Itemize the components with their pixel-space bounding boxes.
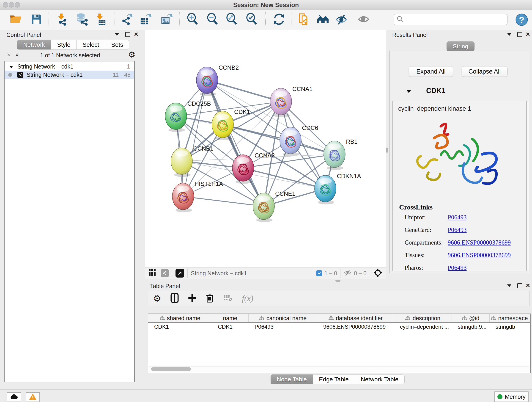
- node-RB1[interactable]: RB1: [324, 138, 358, 170]
- function-builder-icon[interactable]: f(x): [242, 294, 253, 303]
- results-panel-menu-icon[interactable]: [507, 32, 512, 37]
- add-column-icon[interactable]: [188, 294, 196, 303]
- tab-edge-table[interactable]: Edge Table: [313, 375, 355, 384]
- results-panel-float-button[interactable]: [517, 32, 522, 37]
- column-header-shared-name[interactable]: shared name: [148, 314, 212, 322]
- node-CDK1[interactable]: CDK1: [212, 108, 250, 140]
- node-table[interactable]: shared namenamecanonical namedatabase id…: [148, 313, 531, 373]
- crosslink-link[interactable]: 9606.ENSP00000378699: [448, 239, 511, 246]
- zoom-out-button[interactable]: [206, 13, 219, 26]
- column-header-canonical-name[interactable]: canonical name: [249, 314, 317, 322]
- node-HIST1H1A[interactable]: HIST1H1A: [172, 180, 223, 212]
- zoom-in-button[interactable]: [186, 13, 199, 26]
- export-table-button[interactable]: [139, 13, 152, 26]
- edge-CCNB2-CCNA1[interactable]: [207, 80, 281, 102]
- tab-style[interactable]: Style: [51, 40, 76, 50]
- table-cell[interactable]: CDK1: [148, 324, 212, 330]
- edge-CCNB2-CCNE1[interactable]: [207, 80, 264, 206]
- horizontal-splitter-grip[interactable]: [336, 280, 341, 282]
- tab-sets[interactable]: Sets: [105, 40, 129, 50]
- column-header-description[interactable]: description: [394, 314, 452, 322]
- hidden-eye-slash-icon[interactable]: [344, 269, 351, 277]
- table-cell[interactable]: P06493: [249, 324, 317, 330]
- node-CCNB1[interactable]: CCNB1: [171, 145, 213, 177]
- zoom-fit-button[interactable]: [226, 13, 239, 26]
- collapse-all-button[interactable]: Collapse All: [462, 66, 507, 77]
- open-session-button[interactable]: [9, 13, 22, 26]
- table-cell[interactable]: cyclin–dependent ...: [394, 324, 452, 330]
- tab-node-table[interactable]: Node Table: [271, 375, 313, 384]
- first-neighbors-button[interactable]: [317, 13, 330, 26]
- node-CCNE1[interactable]: CCNE1: [253, 190, 295, 222]
- gear-icon[interactable]: ⚙: [128, 50, 135, 60]
- show-all-button[interactable]: [357, 13, 370, 26]
- node-CCNA1[interactable]: CCNA1: [270, 85, 312, 117]
- tree-expand-icon[interactable]: [9, 63, 13, 70]
- control-panel-menu-icon[interactable]: [114, 32, 119, 37]
- delete-table-icon[interactable]: [223, 294, 232, 303]
- memory-button[interactable]: Memory: [494, 391, 529, 402]
- column-header-namespace[interactable]: namespace: [490, 314, 529, 322]
- import-table-button[interactable]: [94, 13, 107, 26]
- table-row[interactable]: CDK1CDK1P064939606.ENSP00000378699cyclin…: [148, 323, 530, 331]
- delete-column-icon[interactable]: [206, 293, 214, 303]
- show-columns-icon[interactable]: [171, 293, 179, 304]
- network-row-selected[interactable]: String Network – cdk1 11 48: [5, 70, 134, 79]
- table-cell[interactable]: stringdb: [490, 324, 529, 330]
- table-panel-float-button[interactable]: [517, 283, 522, 288]
- table-settings-gear-icon[interactable]: ⚙: [153, 293, 161, 304]
- expand-all-button[interactable]: Expand All: [409, 66, 453, 77]
- cloud-button[interactable]: [7, 392, 21, 402]
- tab-network[interactable]: Network: [17, 40, 51, 50]
- edge-HIST1H1A-CCNE1[interactable]: [183, 196, 264, 206]
- node-CDKN1A[interactable]: CDKN1A: [315, 172, 361, 204]
- save-session-button[interactable]: [30, 13, 43, 26]
- table-cell[interactable]: stringdb:9...: [452, 324, 490, 330]
- table-panel-close-button[interactable]: ✕: [526, 283, 530, 288]
- network-graph[interactable]: CCNB2CCNA1CDC25BCDK1CDC6RB1CCNB1CCNA2CDK…: [145, 30, 386, 267]
- control-panel-close-button[interactable]: ✕: [134, 32, 138, 37]
- import-network-database-button[interactable]: [76, 13, 89, 26]
- import-network-file-button[interactable]: [55, 13, 68, 26]
- network-canvas[interactable]: CCNB2CCNA1CDC25BCDK1CDC6RB1CCNB1CCNA2CDK…: [145, 30, 386, 267]
- crosslink-link[interactable]: P06493: [448, 226, 467, 234]
- apply-layout-button[interactable]: [273, 13, 285, 26]
- clone-network-button[interactable]: [298, 13, 310, 26]
- gene-entry-header[interactable]: CDK1: [389, 83, 529, 101]
- network-collection-row[interactable]: String Network – cdk1 1: [5, 61, 134, 70]
- crosslink-link[interactable]: P06493: [448, 214, 467, 221]
- crosslink-link[interactable]: P06493: [448, 264, 467, 271]
- column-header-@id[interactable]: @id: [452, 314, 490, 322]
- hscrollbar-thumb[interactable]: [151, 367, 191, 371]
- zoom-selected-button[interactable]: [246, 13, 259, 26]
- table-cell[interactable]: 9606.ENSP00000378699: [317, 324, 394, 330]
- node-CCNB2[interactable]: CCNB2: [196, 64, 239, 96]
- warning-button[interactable]: [26, 392, 40, 402]
- tab-string[interactable]: String: [447, 41, 475, 51]
- entry-collapse-icon[interactable]: [406, 89, 412, 94]
- grid-mode-icon[interactable]: [149, 269, 157, 277]
- column-header-database-identifier[interactable]: database identifier: [317, 314, 394, 322]
- crosslink-link[interactable]: 9606.ENSP00000378699: [448, 252, 511, 259]
- detach-view-icon[interactable]: [176, 269, 184, 278]
- table-cell[interactable]: CDK1: [212, 324, 249, 330]
- results-panel-close-button[interactable]: ✕: [526, 32, 530, 37]
- network-overview-icon[interactable]: [161, 269, 169, 277]
- tab-network-table[interactable]: Network Table: [355, 375, 405, 384]
- hide-selected-button[interactable]: [335, 13, 348, 26]
- export-network-button[interactable]: [121, 13, 134, 26]
- node-CDC25B[interactable]: CDC25B: [165, 100, 211, 132]
- control-panel-float-button[interactable]: [125, 32, 130, 37]
- toolbar-search[interactable]: [394, 14, 507, 25]
- birds-eye-crosshair-icon[interactable]: [373, 268, 382, 278]
- network-edges[interactable]: [176, 80, 335, 206]
- results-scrollbar[interactable]: [526, 101, 529, 270]
- edge-CCNB2-HIST1H1A[interactable]: [183, 80, 207, 196]
- export-image-button[interactable]: [160, 13, 173, 26]
- table-panel-menu-icon[interactable]: [507, 284, 512, 288]
- column-header-name[interactable]: name: [212, 314, 249, 322]
- table-hscrollbar[interactable]: [149, 366, 529, 372]
- search-input[interactable]: [404, 16, 503, 23]
- tab-select[interactable]: Select: [76, 40, 105, 50]
- help-button[interactable]: ?: [515, 13, 528, 27]
